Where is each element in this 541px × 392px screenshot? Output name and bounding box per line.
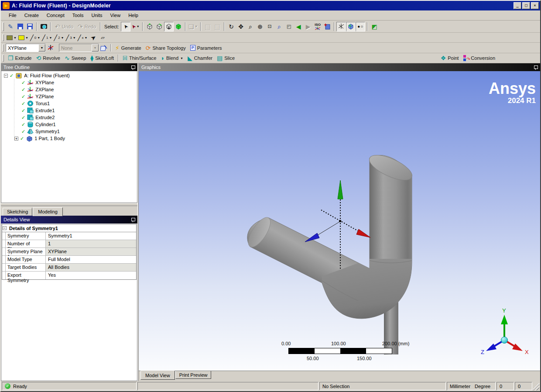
chamfer-button[interactable]: ◣Chamfer xyxy=(185,54,215,62)
menu-help[interactable]: Help xyxy=(125,11,142,19)
details-row[interactable]: Export Symmetry Yes xyxy=(2,272,136,279)
tab-model-view[interactable]: Model View xyxy=(140,371,175,380)
edge-type-0-button[interactable]: ╱0▼ xyxy=(29,33,41,42)
zoom-in-button[interactable]: ⊕ xyxy=(255,22,265,31)
generate-button[interactable]: ⚡Generate xyxy=(113,44,144,52)
chevron-down-icon[interactable]: ▼ xyxy=(38,44,45,52)
tab-sketching[interactable]: Sketching xyxy=(3,208,32,216)
edge-type-3-button[interactable]: ╱3▼ xyxy=(65,33,77,42)
menu-create[interactable]: Create xyxy=(21,11,42,19)
details-row[interactable]: Target Bodies All Bodies xyxy=(2,264,136,272)
share-topology-button[interactable]: ⟳Share Topology xyxy=(144,44,188,52)
edge-direction-button[interactable]: ➤ xyxy=(89,33,98,42)
menu-tools[interactable]: Tools xyxy=(69,11,87,19)
extrude-button[interactable]: ❐Extrude xyxy=(6,54,34,62)
new-sketch-button[interactable]: ✎ xyxy=(6,22,15,31)
thin-surface-button[interactable]: 回Thin/Surface xyxy=(120,54,158,62)
resize-grip[interactable] xyxy=(533,382,539,390)
select-body-button[interactable] xyxy=(174,22,183,31)
collapse-box[interactable]: − xyxy=(3,226,7,230)
horizontal-splitter[interactable] xyxy=(1,203,137,206)
tab-print-preview[interactable]: Print Preview xyxy=(175,371,212,379)
edit-plane-button[interactable] xyxy=(322,22,332,31)
tree-row[interactable]: ✓ Extrude2 xyxy=(1,114,137,121)
tree-row[interactable]: + ✓ 1 Part, 1 Body xyxy=(1,135,137,142)
adjacent-select-button[interactable]: ❑▼ xyxy=(188,22,199,31)
sweep-button[interactable]: ∿Sweep xyxy=(62,54,88,62)
details-title-row[interactable]: − Details of Symmetry1 xyxy=(2,224,136,232)
rotate-view-button[interactable]: ↻ xyxy=(226,22,236,31)
toolbar-grip[interactable] xyxy=(3,44,4,52)
display-model-button[interactable] xyxy=(346,22,356,31)
detail-value[interactable]: All Bodies xyxy=(46,264,136,271)
slice-button[interactable]: ▤Slice xyxy=(215,54,237,62)
tree-row[interactable]: ✓ Symmetry1 xyxy=(1,128,137,135)
conversion-button[interactable]: ↷Conversion xyxy=(461,54,497,62)
tree-row[interactable]: ✓ Cylinder1 xyxy=(1,121,137,128)
toolbar-grip[interactable] xyxy=(3,34,4,41)
toolbar-grip[interactable] xyxy=(3,55,4,62)
menu-units[interactable]: Units xyxy=(88,11,106,19)
selection-grow-button[interactable]: ⬚ xyxy=(203,22,212,31)
zoom-button[interactable]: ⌕ xyxy=(246,22,255,31)
display-points-button[interactable]: ●○ xyxy=(356,22,365,31)
previous-view-button[interactable]: ◀ xyxy=(294,22,303,31)
save-button[interactable] xyxy=(15,22,25,31)
detail-value[interactable]: 1 xyxy=(46,240,136,248)
pan-view-button[interactable]: ✥ xyxy=(236,22,246,31)
new-plane-button[interactable] xyxy=(46,44,55,52)
maximize-button[interactable]: □ xyxy=(522,2,530,9)
toolbar-grip[interactable] xyxy=(3,22,4,31)
select-vertex-button[interactable] xyxy=(145,22,154,31)
face-color-button[interactable]: ▼ xyxy=(6,33,17,42)
x-axis-arrow[interactable] xyxy=(356,229,370,237)
active-sketch-combobox[interactable]: None ▼ xyxy=(59,44,99,52)
select-mode-button[interactable]: ➤ xyxy=(121,22,130,31)
iso-view-button[interactable]: ISO xyxy=(313,22,322,31)
expand-box[interactable]: + xyxy=(14,137,18,141)
select-face-button[interactable] xyxy=(164,22,174,31)
menu-concept[interactable]: Concept xyxy=(43,11,68,19)
revolve-button[interactable]: ⟲Revolve xyxy=(34,54,62,62)
image-capture-button[interactable] xyxy=(39,22,48,31)
vertex-display-button[interactable]: ▱ xyxy=(98,33,108,42)
zoom-to-fit-button[interactable]: ⌕ xyxy=(274,22,284,31)
menu-view[interactable]: View xyxy=(107,11,124,19)
select-edge-button[interactable] xyxy=(154,22,164,31)
pin-icon[interactable] xyxy=(131,217,135,222)
tab-modeling[interactable]: Modeling xyxy=(33,207,63,216)
details-row[interactable]: Symmetry Plane 1 XYPlane xyxy=(2,248,136,256)
detail-value[interactable]: XYPlane xyxy=(46,248,136,255)
graphics-viewport[interactable]: Y Z X Ansys 2024 R1 0.00 100.00 200.00 (… xyxy=(139,71,540,371)
pipe-body[interactable] xyxy=(244,150,415,319)
edge-type-x-button[interactable]: ╱x▼ xyxy=(77,33,89,42)
tree-row[interactable]: ✓ Torus1 xyxy=(1,100,137,107)
selection-shrink-button[interactable]: ⬚ xyxy=(212,22,222,31)
edge-color-button[interactable]: ▼ xyxy=(17,33,29,42)
y-axis-arrow[interactable] xyxy=(338,180,343,199)
next-view-button[interactable]: ▶ xyxy=(303,22,313,31)
chevron-down-icon[interactable]: ▼ xyxy=(92,44,99,52)
blend-button[interactable]: ◗Blend▼ xyxy=(158,54,185,62)
look-at-face-button[interactable]: ◩ xyxy=(370,22,379,31)
box-zoom-button[interactable]: ⊡ xyxy=(265,22,274,31)
tree-row[interactable]: ✓ XYPlane xyxy=(1,79,137,86)
details-row[interactable]: Number of Planes 1 xyxy=(2,240,136,248)
close-button[interactable]: ✕ xyxy=(531,2,539,9)
tree-row[interactable]: ✓ Extrude1 xyxy=(1,107,137,114)
active-plane-combobox[interactable]: XYPlane ▼ xyxy=(6,44,46,52)
edge-type-1-button[interactable]: ╱1▼ xyxy=(41,33,53,42)
undo-button[interactable]: ↶Undo xyxy=(53,22,75,31)
details-row[interactable]: Symmetry Symmetry1 xyxy=(2,232,136,240)
edge-type-2-button[interactable]: ╱2▼ xyxy=(53,33,65,42)
triad-toggle-button[interactable] xyxy=(336,22,346,31)
new-sketch-from-plane-button[interactable] xyxy=(99,44,109,52)
skin-loft-button[interactable]: ⧫Skin/Loft xyxy=(88,54,116,62)
tree-row[interactable]: ✓ ZXPlane xyxy=(1,86,137,93)
pin-icon[interactable] xyxy=(534,65,538,70)
parameters-button[interactable]: PParameters xyxy=(188,44,224,52)
point-button[interactable]: ❖Point xyxy=(438,54,461,62)
detail-value[interactable]: Yes xyxy=(46,272,136,279)
tree-row-root[interactable]: − ✓ A: Fluid Flow (Fluent) xyxy=(1,72,137,79)
menu-file[interactable]: File xyxy=(5,11,20,19)
